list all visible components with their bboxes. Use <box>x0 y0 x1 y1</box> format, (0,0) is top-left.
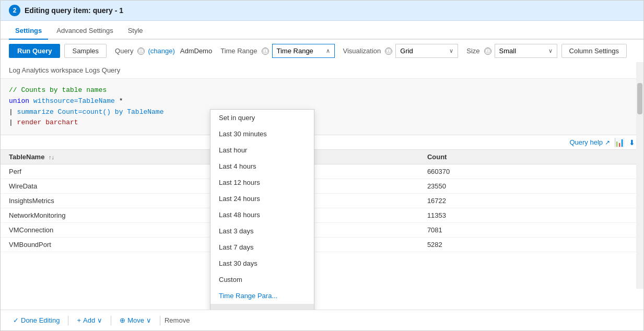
code-editor[interactable]: // Counts by table names union withsourc… <box>1 79 643 135</box>
download-icon[interactable]: ⬇ <box>629 138 635 147</box>
remove-label[interactable]: Remove <box>165 316 190 324</box>
visualization-info-icon[interactable]: ⓘ <box>385 48 392 55</box>
tab-style[interactable]: Style <box>122 22 149 40</box>
query-help-bar: Query help ↗ 📊 ⬇ <box>1 135 643 149</box>
table-row[interactable]: VMBoundPort 5282 <box>1 238 643 252</box>
move-icon: ⊕ <box>120 316 125 324</box>
time-range-dropdown[interactable]: Time Range ∧ <box>272 44 335 58</box>
move-button[interactable]: ⊕ Move ∨ <box>115 314 156 326</box>
cell-count: 7081 <box>419 223 643 238</box>
time-range-chevron-up-icon: ∧ <box>326 48 330 54</box>
dropdown-menu-item[interactable]: Last 30 days <box>210 255 314 271</box>
time-range-label: Time Range <box>220 47 257 55</box>
scrollbar-thumb[interactable] <box>637 83 642 114</box>
dropdown-menu-item[interactable]: Last 30 minutes <box>210 126 314 142</box>
tab-advanced-settings[interactable]: Advanced Settings <box>50 22 119 40</box>
cell-count: 5282 <box>419 238 643 252</box>
add-icon: + <box>77 316 81 324</box>
column-settings-button[interactable]: Column Settings <box>561 44 627 58</box>
code-line-4: | render barchart <box>9 117 635 128</box>
time-range-info-icon[interactable]: ⓘ <box>262 48 269 55</box>
time-range-dropdown-menu: Set in queryLast 30 minutesLast hourLast… <box>210 109 314 310</box>
checkmark-icon: ✓ <box>13 316 19 324</box>
samples-button[interactable]: Samples <box>64 44 107 58</box>
table-row[interactable]: VMConnection 7081 <box>1 223 643 238</box>
vertical-scrollbar[interactable] <box>636 62 643 289</box>
code-keyword-union: union <box>9 97 29 105</box>
dropdown-menu-item[interactable]: Time Range <box>210 304 314 310</box>
visualization-dropdown[interactable]: Grid ∨ <box>395 44 458 58</box>
visualization-section: Visualization ⓘ Grid ∨ <box>343 44 459 58</box>
cell-count: 23550 <box>419 179 643 194</box>
size-chevron-down-icon: ∨ <box>548 48 553 54</box>
query-help-link[interactable]: Query help ↗ <box>569 138 610 146</box>
change-link[interactable]: (change) <box>148 47 174 55</box>
time-range-selected: Time Range <box>277 47 313 55</box>
table-row[interactable]: Perf 660370 <box>1 164 643 179</box>
query-section: Query ⓘ (change) AdmDemo <box>115 47 212 55</box>
cell-count: 660370 <box>419 164 643 179</box>
toolbar: Run Query Samples Query ⓘ (change) AdmDe… <box>1 40 643 62</box>
title-bar: 2 Editing query item: query - 1 <box>1 1 643 21</box>
cell-count: 16722 <box>419 194 643 208</box>
query-label: Query <box>115 47 133 55</box>
chart-icon[interactable]: 📊 <box>614 137 625 147</box>
query-info-icon[interactable]: ⓘ <box>137 48 145 55</box>
footer-divider-1 <box>68 316 68 325</box>
code-star: * <box>119 97 123 105</box>
add-label: Add <box>83 316 95 324</box>
table-header-row: TableName ↑↓ Count <box>1 150 643 164</box>
table-row[interactable]: WireData 23550 <box>1 179 643 194</box>
dropdown-menu-item[interactable]: Set in query <box>210 110 314 126</box>
main-window: 2 Editing query item: query - 1 Settings… <box>0 0 644 331</box>
code-pipe-2: | <box>9 119 17 126</box>
step-badge: 2 <box>9 5 20 16</box>
move-chevron-down-icon: ∨ <box>146 316 151 324</box>
dropdown-menu-item[interactable]: Custom <box>210 271 314 288</box>
dropdown-menu-item[interactable]: Last 7 days <box>210 239 314 255</box>
dropdown-menu-item[interactable]: Last 12 hours <box>210 174 314 191</box>
tab-settings[interactable]: Settings <box>9 22 48 40</box>
code-comment: // Counts by table names <box>9 86 107 94</box>
code-render: render barchart <box>17 119 78 126</box>
main-content: Log Analytics workspace Logs Query // Co… <box>1 62 643 310</box>
code-line-1: // Counts by table names <box>9 85 635 96</box>
dropdown-menu-item[interactable]: Last 4 hours <box>210 158 314 174</box>
code-var-summarize: summarize Count=count() by TableName <box>17 108 164 116</box>
code-pipe-1: | <box>9 108 17 116</box>
code-line-2: union withsource=TableName * <box>9 96 635 107</box>
visualization-label: Visualization <box>343 47 381 55</box>
footer-divider-3 <box>160 316 160 325</box>
query-description: Log Analytics workspace Logs Query <box>1 62 643 79</box>
col-header-count[interactable]: Count <box>419 150 643 164</box>
tabs-bar: Settings Advanced Settings Style <box>1 21 643 40</box>
add-chevron-down-icon: ∨ <box>97 316 102 324</box>
add-button[interactable]: + Add ∨ <box>73 314 107 326</box>
size-dropdown[interactable]: Small ∨ <box>495 44 557 58</box>
size-selected: Small <box>499 47 517 55</box>
dropdown-menu-item[interactable]: Time Range Para... <box>210 288 314 304</box>
table-body: Perf 660370 WireData 23550 InsightsMetri… <box>1 164 643 252</box>
done-editing-label: Done Editing <box>21 316 60 324</box>
code-line-3: | summarize Count=count() by TableName <box>9 107 635 118</box>
footer-divider-2 <box>111 316 111 325</box>
footer-bar: ✓ Done Editing + Add ∨ ⊕ Move ∨ Remove <box>1 310 643 330</box>
dropdown-menu-item[interactable]: Last 3 days <box>210 223 314 239</box>
run-query-button[interactable]: Run Query <box>9 44 60 58</box>
visualization-chevron-down-icon: ∨ <box>449 48 453 54</box>
dropdown-menu-item[interactable]: Last 48 hours <box>210 207 314 223</box>
query-help-label: Query help <box>569 138 603 146</box>
table-row[interactable]: InsightsMetrics 16722 <box>1 194 643 208</box>
size-info-icon[interactable]: ⓘ <box>484 48 491 55</box>
dropdown-menu-item[interactable]: Last 24 hours <box>210 191 314 207</box>
data-table: TableName ↑↓ Count Perf 660370 WireData … <box>1 150 643 252</box>
window-title: Editing query item: query - 1 <box>25 6 123 15</box>
size-section: Size ⓘ Small ∨ <box>466 44 557 58</box>
results-table[interactable]: TableName ↑↓ Count Perf 660370 WireData … <box>1 149 643 310</box>
dropdown-menu-list: Set in queryLast 30 minutesLast hourLast… <box>210 109 314 310</box>
code-var-withsource: withsource=TableName <box>33 97 115 105</box>
sort-icon: ↑↓ <box>49 154 54 160</box>
table-row[interactable]: NetworkMonitoring 11353 <box>1 208 643 223</box>
done-editing-button[interactable]: ✓ Done Editing <box>9 314 64 326</box>
dropdown-menu-item[interactable]: Last hour <box>210 142 314 158</box>
